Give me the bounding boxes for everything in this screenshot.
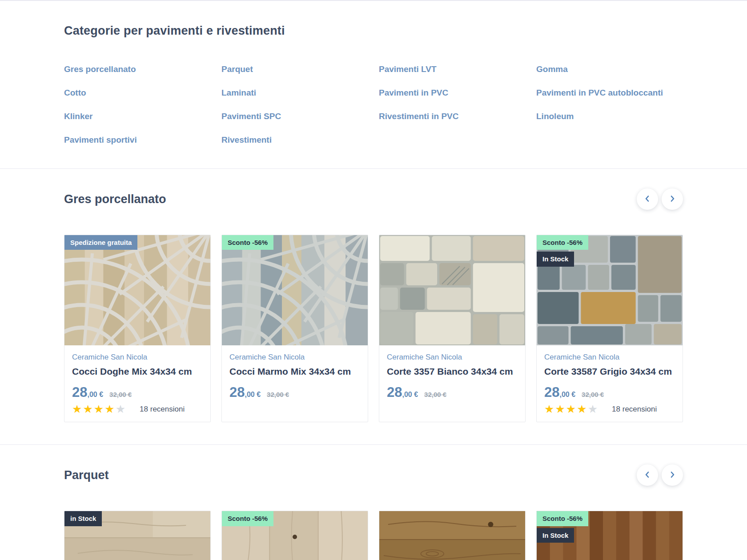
category-link-pvc-autobloccanti[interactable]: Pavimenti in PVC autobloccanti (536, 88, 663, 97)
parquet-pattern-brown (379, 511, 525, 560)
product-card[interactable]: Sconto -56% In Stock (536, 511, 683, 560)
product-title[interactable]: Cocci Marmo Mix 34x34 cm (229, 366, 360, 377)
product-card[interactable]: Ceramiche San Nicola Corte 3357 Bianco 3… (379, 235, 526, 422)
categories-section: Categorie per pavimenti e rivestimenti G… (64, 1, 683, 168)
free-shipping-badge: Spedizione gratuita (64, 235, 137, 250)
reviews-count: 18 recensioni (612, 405, 657, 414)
category-link-cotto[interactable]: Cotto (64, 88, 86, 97)
section-title: Gres porcellanato (64, 192, 166, 206)
star-rating-icon: ★★★★★ (72, 404, 126, 415)
price-row: 28,00 € 32,00 € (544, 385, 675, 399)
category-link-klinker[interactable]: Klinker (64, 112, 92, 121)
section-title: Parquet (64, 468, 109, 482)
product-image[interactable]: in Stock (64, 511, 210, 560)
page-title: Categorie per pavimenti e rivestimenti (64, 24, 683, 38)
brand-link[interactable]: Ceramiche San Nicola (229, 353, 360, 362)
price-row: 28,00 € 32,00 € (72, 385, 203, 399)
price: 28 (387, 385, 402, 399)
product-image[interactable]: Sconto -56% (222, 511, 368, 560)
category-link-linoleum[interactable]: Linoleum (536, 112, 574, 121)
category-link-rivestimenti-pvc[interactable]: Rivestimenti in PVC (379, 112, 459, 121)
category-link-parquet[interactable]: Parquet (221, 64, 253, 74)
old-price: 32,00 € (424, 391, 446, 398)
product-card[interactable]: Spedizione gratuita Ceramiche San Nicola… (64, 235, 211, 422)
rating-row: ★★★★★ 18 recensioni (72, 404, 203, 415)
chevron-left-icon (643, 471, 651, 480)
product-image[interactable]: Sconto -56% (222, 235, 368, 345)
discount-badge: Sconto -56% (537, 235, 588, 250)
categories-column-2: Parquet Laminati Pavimenti SPC Rivestime… (221, 64, 368, 145)
product-image[interactable]: Sconto -56% In Stock (537, 511, 683, 560)
product-card[interactable]: Sconto -56% (221, 511, 368, 560)
old-price: 32,00 € (109, 391, 132, 398)
category-link-pavimenti-sportivi[interactable]: Pavimenti sportivi (64, 135, 137, 144)
chevron-left-icon (643, 195, 651, 204)
product-image[interactable] (379, 235, 525, 345)
category-link-pavimenti-lvt[interactable]: Pavimenti LVT (379, 64, 437, 74)
brand-link[interactable]: Ceramiche San Nicola (72, 353, 203, 362)
brand-link[interactable]: Ceramiche San Nicola (387, 353, 518, 362)
carousel-next-button[interactable] (662, 188, 683, 210)
section-parquet: Parquet (64, 445, 683, 560)
page-container: Categorie per pavimenti e rivestimenti G… (64, 1, 683, 168)
tile-pattern-wood-arc (64, 235, 210, 345)
old-price: 32,00 € (582, 391, 604, 398)
in-stock-badge: in Stock (64, 511, 102, 526)
price: 28 (544, 385, 559, 399)
product-title[interactable]: Cocci Doghe Mix 34x34 cm (72, 366, 203, 377)
discount-badge: Sconto -56% (537, 511, 588, 526)
product-card[interactable]: in Stock (64, 511, 211, 560)
brand-link[interactable]: Ceramiche San Nicola (544, 353, 675, 362)
product-card[interactable]: Sconto -56% Ceramiche San Nicola Cocci M… (221, 235, 368, 422)
category-link-gomma[interactable]: Gomma (536, 64, 568, 74)
rating-row: ★★★★★ 18 recensioni (544, 404, 675, 415)
old-price: 32,00 € (267, 391, 289, 398)
tile-pattern-marble-arc (222, 235, 368, 345)
categories-column-4: Gomma Pavimenti in PVC autobloccanti Lin… (536, 64, 683, 145)
price-row: 28,00 € 32,00 € (387, 385, 518, 399)
star-rating-icon: ★★★★★ (544, 404, 598, 415)
in-stock-badge: In Stock (537, 252, 574, 266)
discount-badge: Sconto -56% (222, 511, 273, 526)
carousel-nav (637, 188, 683, 210)
category-link-laminati[interactable]: Laminati (221, 88, 256, 97)
product-card[interactable] (379, 511, 526, 560)
product-image[interactable]: Spedizione gratuita (64, 235, 210, 345)
product-image[interactable]: Sconto -56% In Stock (537, 235, 683, 345)
chevron-right-icon (668, 195, 676, 204)
tile-pattern-white-blocks (379, 235, 525, 345)
in-stock-badge: In Stock (537, 528, 574, 543)
price: 28 (229, 385, 245, 399)
product-card-row: Spedizione gratuita Ceramiche San Nicola… (64, 235, 683, 422)
discount-badge: Sconto -56% (222, 235, 273, 250)
section-gres-porcellanato: Gres porcellanato (64, 169, 683, 444)
product-card-row: in Stock (64, 511, 683, 560)
carousel-prev-button[interactable] (637, 464, 658, 486)
carousel-next-button[interactable] (662, 464, 683, 486)
categories-grid: Gres porcellanato Cotto Klinker Paviment… (64, 64, 683, 145)
product-title[interactable]: Corte 3357 Bianco 34x34 cm (387, 366, 518, 377)
product-title[interactable]: Corte 33587 Grigio 34x34 cm (544, 366, 675, 377)
price-row: 28,00 € 32,00 € (229, 385, 360, 399)
carousel-prev-button[interactable] (637, 188, 658, 210)
category-link-pavimenti-pvc[interactable]: Pavimenti in PVC (379, 88, 448, 97)
category-link-rivestimenti[interactable]: Rivestimenti (221, 135, 272, 144)
product-card[interactable]: Sconto -56% In Stock Ceramiche San Nicol… (536, 235, 683, 422)
carousel-nav (637, 464, 683, 486)
category-link-pavimenti-spc[interactable]: Pavimenti SPC (221, 112, 281, 121)
reviews-count: 18 recensioni (140, 405, 185, 414)
categories-column-1: Gres porcellanato Cotto Klinker Paviment… (64, 64, 211, 145)
product-image[interactable] (379, 511, 525, 560)
category-link-gres-porcellanato[interactable]: Gres porcellanato (64, 64, 136, 74)
price: 28 (72, 385, 87, 399)
chevron-right-icon (668, 471, 676, 480)
categories-column-3: Pavimenti LVT Pavimenti in PVC Rivestime… (379, 64, 526, 145)
